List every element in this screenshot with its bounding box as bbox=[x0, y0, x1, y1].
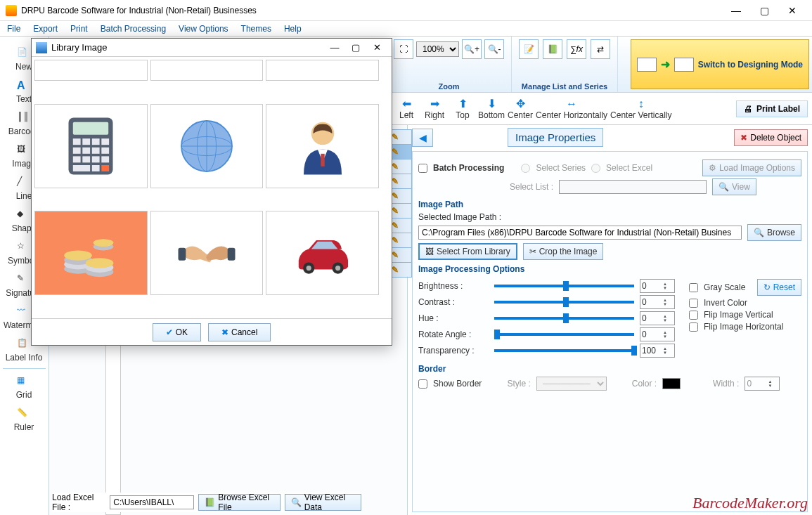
processing-group: Image Processing Options bbox=[418, 264, 801, 274]
menu-help[interactable]: Help bbox=[284, 24, 302, 34]
maximize-button[interactable]: ▢ bbox=[750, 0, 778, 21]
series-fx-icon[interactable]: ∑fx bbox=[567, 39, 586, 59]
search-icon: 🔍 bbox=[754, 228, 764, 237]
library-item-pencil[interactable] bbox=[150, 60, 264, 81]
person-icon bbox=[291, 115, 354, 178]
batch-processing-checkbox[interactable] bbox=[418, 164, 427, 173]
zoom-fit-icon[interactable]: ⛶ bbox=[394, 39, 413, 59]
batch-label: Batch Processing bbox=[433, 163, 504, 173]
print-label-button[interactable]: 🖨 Print Label bbox=[736, 100, 808, 117]
svg-rect-6 bbox=[73, 147, 81, 153]
svg-rect-5 bbox=[102, 138, 110, 145]
flip-vertical-checkbox[interactable] bbox=[689, 311, 698, 320]
excel-path-input[interactable] bbox=[110, 495, 194, 509]
image-path-input[interactable] bbox=[418, 226, 742, 240]
browse-excel-button[interactable]: 📗Browse Excel File bbox=[198, 494, 280, 511]
selected-path-label: Selected Image Path : bbox=[418, 212, 501, 222]
library-image-dialog: Library Image — ▢ ✕ ✔OK ✖Cancel bbox=[31, 38, 392, 346]
zoom-in-icon[interactable]: 🔍+ bbox=[462, 39, 482, 59]
library-item-chart[interactable] bbox=[266, 60, 379, 81]
gray-scale-checkbox[interactable] bbox=[689, 283, 698, 292]
titlebar: DRPU Barcode Software for Industrial (No… bbox=[0, 0, 812, 21]
select-from-library-button[interactable]: 🖼Select From Library bbox=[418, 243, 517, 260]
dialog-close-button[interactable]: ✕ bbox=[366, 42, 387, 53]
svg-rect-8 bbox=[92, 147, 100, 153]
manage-group: 📝 📗 ∑fx ⇄ Manage List and Series bbox=[512, 37, 618, 92]
library-item-globe[interactable] bbox=[150, 104, 264, 188]
library-item-calculator[interactable] bbox=[34, 104, 148, 188]
svg-rect-10 bbox=[73, 156, 81, 162]
border-color-swatch bbox=[662, 378, 681, 389]
align-top-button[interactable]: ⬆Top bbox=[450, 97, 475, 120]
invert-color-checkbox[interactable] bbox=[689, 299, 698, 308]
svg-point-32 bbox=[94, 240, 114, 247]
align-ch-button[interactable]: ↔Center Horizontally bbox=[536, 98, 607, 120]
menu-view[interactable]: View Options bbox=[179, 24, 228, 34]
brightness-slider[interactable] bbox=[494, 285, 634, 287]
hue-label: Hue : bbox=[418, 313, 489, 323]
transparency-slider[interactable] bbox=[494, 349, 634, 352]
zoom-out-icon[interactable]: 🔍- bbox=[484, 39, 504, 59]
svg-rect-1 bbox=[73, 122, 108, 134]
transparency-stepper[interactable]: 100▲▼ bbox=[640, 344, 675, 358]
car-icon bbox=[291, 221, 354, 285]
library-item-handshake[interactable] bbox=[150, 211, 264, 295]
tool-grid[interactable]: ▦Grid bbox=[3, 372, 45, 403]
brightness-stepper[interactable]: 0▲▼ bbox=[640, 279, 675, 293]
back-button[interactable]: ◀ bbox=[412, 129, 433, 147]
svg-rect-11 bbox=[83, 156, 91, 162]
dialog-buttons: ✔OK ✖Cancel bbox=[32, 318, 392, 345]
menu-themes[interactable]: Themes bbox=[241, 24, 271, 34]
select-excel-radio bbox=[591, 164, 600, 173]
switch-mode-button[interactable]: ➜ Switch to Designing Mode bbox=[631, 39, 809, 89]
dialog-ok-button[interactable]: ✔OK bbox=[153, 323, 201, 341]
select-list-combo bbox=[559, 180, 707, 194]
browse-button[interactable]: 🔍Browse bbox=[747, 224, 801, 241]
dialog-maximize-button[interactable]: ▢ bbox=[345, 42, 366, 53]
dialog-minimize-button[interactable]: — bbox=[324, 42, 345, 53]
select-list-label: Select List : bbox=[510, 182, 553, 192]
align-left-button[interactable]: ⬅Left bbox=[394, 97, 419, 120]
menu-print[interactable]: Print bbox=[70, 24, 88, 34]
align-bottom-button[interactable]: ⬇Bottom bbox=[478, 97, 505, 120]
menu-batch[interactable]: Batch Processing bbox=[101, 24, 166, 34]
rotate-stepper[interactable]: 0▲▼ bbox=[640, 327, 675, 341]
align-center-button[interactable]: ✥Center bbox=[508, 97, 533, 120]
printer-icon: 🖨 bbox=[744, 104, 752, 114]
hue-slider[interactable] bbox=[494, 317, 634, 320]
series-swap-icon[interactable]: ⇄ bbox=[591, 39, 610, 59]
library-item-coins[interactable] bbox=[34, 211, 148, 295]
rotate-slider[interactable] bbox=[494, 333, 634, 336]
check-icon: ✔ bbox=[166, 327, 173, 337]
handshake-icon bbox=[175, 221, 238, 285]
library-item-file[interactable] bbox=[34, 60, 148, 81]
close-button[interactable]: ✕ bbox=[778, 0, 806, 21]
image-icon: 🖼 bbox=[425, 247, 434, 256]
minimize-button[interactable]: — bbox=[722, 0, 750, 21]
menu-export[interactable]: Export bbox=[33, 24, 58, 34]
series-excel-icon[interactable]: 📗 bbox=[543, 39, 562, 59]
delete-object-button[interactable]: ✖ Delete Object bbox=[734, 129, 808, 146]
series-edit-icon[interactable]: 📝 bbox=[519, 39, 539, 59]
library-item-person[interactable] bbox=[266, 104, 379, 188]
border-width-stepper: 0▲▼ bbox=[745, 377, 780, 391]
crop-image-button[interactable]: ✂Crop the Image bbox=[523, 243, 604, 260]
reset-button[interactable]: ↻Reset bbox=[757, 279, 801, 296]
library-grid bbox=[32, 57, 392, 318]
align-cv-button[interactable]: ↕Center Vertically bbox=[610, 98, 671, 120]
flip-horizontal-checkbox[interactable] bbox=[689, 322, 698, 332]
contrast-stepper[interactable]: 0▲▼ bbox=[640, 295, 675, 309]
dialog-cancel-button[interactable]: ✖Cancel bbox=[208, 323, 271, 341]
show-border-checkbox[interactable] bbox=[418, 379, 427, 389]
contrast-slider[interactable] bbox=[494, 301, 634, 304]
dialog-icon bbox=[36, 42, 47, 53]
svg-rect-7 bbox=[83, 147, 91, 153]
zoom-select[interactable]: 100% bbox=[416, 41, 459, 57]
align-right-button[interactable]: ➡Right bbox=[422, 97, 447, 120]
tool-ruler[interactable]: 📏Ruler bbox=[3, 404, 45, 435]
library-item-car[interactable] bbox=[266, 211, 379, 295]
hue-stepper[interactable]: 0▲▼ bbox=[640, 311, 675, 325]
view-excel-button[interactable]: 🔍View Excel Data bbox=[285, 494, 361, 511]
svg-point-36 bbox=[306, 266, 311, 270]
menu-file[interactable]: File bbox=[7, 24, 20, 34]
